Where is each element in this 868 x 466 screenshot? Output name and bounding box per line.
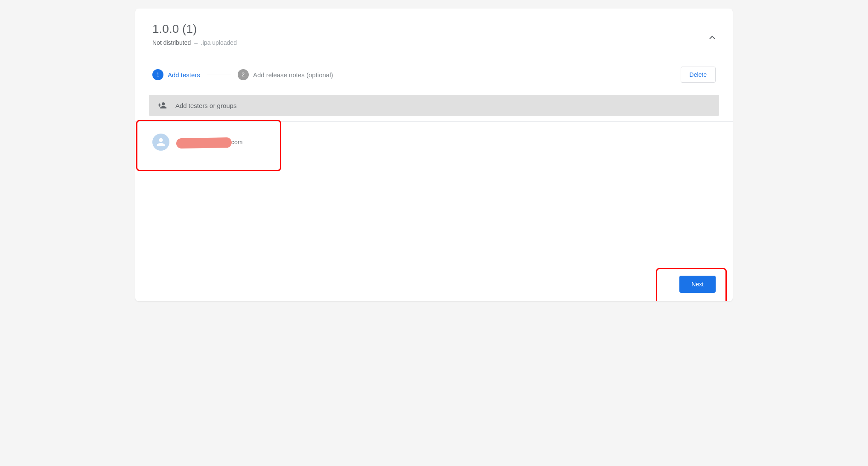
card-footer: Next xyxy=(135,267,733,301)
card-header: 1.0.0 (1) Not distributed – .ipa uploade… xyxy=(135,9,733,58)
testers-list: .com xyxy=(135,122,733,267)
step-connector xyxy=(207,75,231,75)
step-1-label: Add testers xyxy=(168,71,200,79)
person-add-icon xyxy=(157,101,167,110)
redaction-mark xyxy=(176,137,232,149)
step-2[interactable]: 2 Add release notes (optional) xyxy=(238,69,333,80)
chevron-up-icon xyxy=(707,37,717,44)
tester-email: .com xyxy=(176,139,242,146)
step-1[interactable]: 1 Add testers xyxy=(152,69,200,80)
add-testers-input[interactable] xyxy=(175,102,711,109)
status-text: Not distributed xyxy=(152,39,191,46)
next-button[interactable]: Next xyxy=(679,276,716,293)
dash-separator: – xyxy=(194,39,198,46)
step-1-circle: 1 xyxy=(152,69,163,80)
tester-row[interactable]: .com xyxy=(152,130,716,154)
status-detail: .ipa uploaded xyxy=(201,39,237,46)
version-title: 1.0.0 (1) xyxy=(152,22,716,36)
step-2-label: Add release notes (optional) xyxy=(253,71,333,79)
release-card: 1.0.0 (1) Not distributed – .ipa uploade… xyxy=(135,9,733,301)
stepper: 1 Add testers 2 Add release notes (optio… xyxy=(152,69,333,80)
delete-button[interactable]: Delete xyxy=(681,67,716,83)
search-container xyxy=(135,95,733,122)
search-bar[interactable] xyxy=(149,95,719,116)
avatar xyxy=(152,134,169,151)
release-subtitle: Not distributed – .ipa uploaded xyxy=(152,39,716,46)
step-2-circle: 2 xyxy=(238,69,249,80)
collapse-toggle[interactable] xyxy=(707,32,717,44)
stepper-row: 1 Add testers 2 Add release notes (optio… xyxy=(135,58,733,95)
